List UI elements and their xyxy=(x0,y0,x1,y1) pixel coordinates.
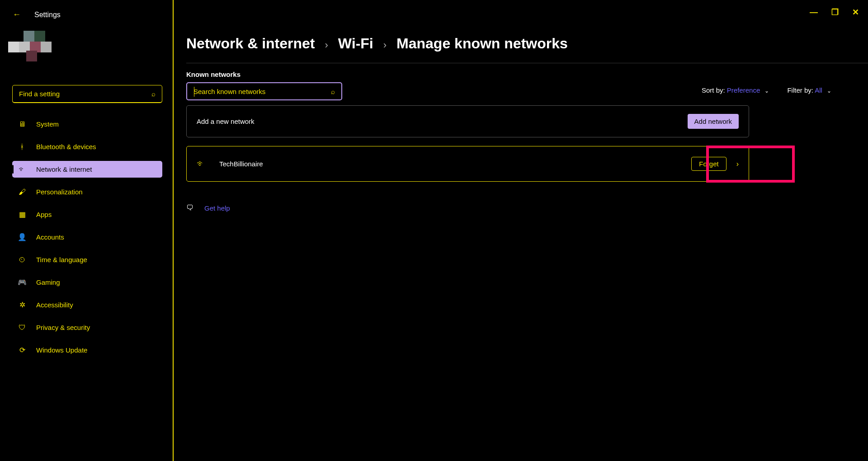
sidebar-search-input[interactable]: Find a setting ⌕ xyxy=(12,85,162,103)
search-icon: ⌕ xyxy=(151,90,156,98)
sidebar-item-label: Windows Update xyxy=(36,346,87,354)
sync-icon: ⟳ xyxy=(18,346,27,354)
chevron-right-icon: › xyxy=(383,39,387,51)
clock-icon: ⏲ xyxy=(18,256,27,264)
get-help-row[interactable]: 🗨 Get help xyxy=(186,204,230,212)
network-row[interactable]: ᯤ TechBillionaire Forget › xyxy=(186,146,749,182)
sort-value: Preference xyxy=(727,86,760,94)
sidebar-item-label: Network & internet xyxy=(36,165,92,173)
main-content: Network & internet › Wi-Fi › Manage know… xyxy=(186,35,868,52)
sidebar-item-privacy[interactable]: 🛡Privacy & security xyxy=(12,319,162,336)
sidebar-item-network[interactable]: ᯤNetwork & internet xyxy=(12,161,162,178)
sidebar-item-label: System xyxy=(36,120,59,128)
close-button[interactable]: ✕ xyxy=(852,8,859,16)
help-icon: 🗨 xyxy=(186,204,193,212)
breadcrumb-root[interactable]: Network & internet xyxy=(186,35,315,52)
divider xyxy=(173,0,174,461)
get-help-link[interactable]: Get help xyxy=(204,204,230,212)
chevron-right-icon[interactable]: › xyxy=(736,160,739,168)
window-controls: — ❐ ✕ xyxy=(810,8,859,16)
shield-icon: 🛡 xyxy=(18,324,27,332)
system-icon: 🖥 xyxy=(18,120,27,128)
sidebar-item-time[interactable]: ⏲Time & language xyxy=(12,251,162,268)
sidebar-item-label: Personalization xyxy=(36,188,83,196)
apps-icon: ▦ xyxy=(18,210,27,219)
sidebar-item-gaming[interactable]: 🎮Gaming xyxy=(12,274,162,291)
add-network-row: Add a new network Add network xyxy=(186,105,749,137)
network-name: TechBillionaire xyxy=(219,160,263,168)
bluetooth-icon: ᚼ xyxy=(18,143,27,151)
maximize-button[interactable]: ❐ xyxy=(831,8,839,16)
filter-value: All xyxy=(815,86,822,94)
filter-row: Sort by: Preference ⌄ Filter by: All ⌄ xyxy=(702,86,831,94)
chevron-down-icon: ⌄ xyxy=(827,88,831,94)
add-network-button[interactable]: Add network xyxy=(688,114,739,129)
sidebar-item-apps[interactable]: ▦Apps xyxy=(12,206,162,223)
minimize-button[interactable]: — xyxy=(810,8,818,16)
sidebar-item-label: Accounts xyxy=(36,233,64,241)
filter-label: Filter by: xyxy=(787,86,813,94)
breadcrumb: Network & internet › Wi-Fi › Manage know… xyxy=(186,35,868,52)
gamepad-icon: 🎮 xyxy=(18,278,27,287)
sidebar-search-placeholder: Find a setting xyxy=(19,90,60,98)
sidebar-item-label: Accessibility xyxy=(36,301,73,309)
breadcrumb-leaf: Manage known networks xyxy=(396,35,568,52)
wifi-icon: ᯤ xyxy=(197,159,206,169)
divider xyxy=(186,63,868,63)
sidebar-item-personalization[interactable]: 🖌Personalization xyxy=(12,183,162,200)
sidebar-item-label: Gaming xyxy=(36,278,60,286)
forget-button[interactable]: Forget xyxy=(691,157,726,171)
brush-icon: 🖌 xyxy=(18,188,27,196)
sidebar-item-system[interactable]: 🖥System xyxy=(12,116,162,132)
sidebar-item-update[interactable]: ⟳Windows Update xyxy=(12,342,162,358)
sort-label: Sort by: xyxy=(702,86,725,94)
sidebar: Find a setting ⌕ 🖥System ᚼBluetooth & de… xyxy=(0,0,173,461)
search-icon: ⌕ xyxy=(331,88,335,95)
add-network-label: Add a new network xyxy=(197,118,255,125)
chevron-right-icon: › xyxy=(325,39,328,51)
sidebar-nav: 🖥System ᚼBluetooth & devices ᯤNetwork & … xyxy=(12,116,162,358)
sort-by-dropdown[interactable]: Sort by: Preference ⌄ xyxy=(702,86,769,94)
sidebar-item-label: Privacy & security xyxy=(36,324,90,331)
known-networks-search-placeholder: Search known networks xyxy=(193,88,265,95)
sidebar-item-label: Apps xyxy=(36,211,52,218)
sidebar-item-bluetooth[interactable]: ᚼBluetooth & devices xyxy=(12,138,162,155)
chevron-down-icon: ⌄ xyxy=(764,88,769,94)
known-networks-search-input[interactable]: Search known networks ⌕ xyxy=(186,82,342,100)
sidebar-item-label: Bluetooth & devices xyxy=(36,143,96,151)
filter-by-dropdown[interactable]: Filter by: All ⌄ xyxy=(787,86,831,94)
known-networks-label: Known networks xyxy=(186,71,241,78)
wifi-icon: ᯤ xyxy=(18,165,27,174)
accessibility-icon: ✲ xyxy=(18,301,27,309)
sidebar-item-accounts[interactable]: 👤Accounts xyxy=(12,229,162,245)
breadcrumb-mid[interactable]: Wi-Fi xyxy=(338,35,373,52)
sidebar-item-label: Time & language xyxy=(36,256,87,263)
person-icon: 👤 xyxy=(18,233,27,241)
sidebar-item-accessibility[interactable]: ✲Accessibility xyxy=(12,296,162,313)
